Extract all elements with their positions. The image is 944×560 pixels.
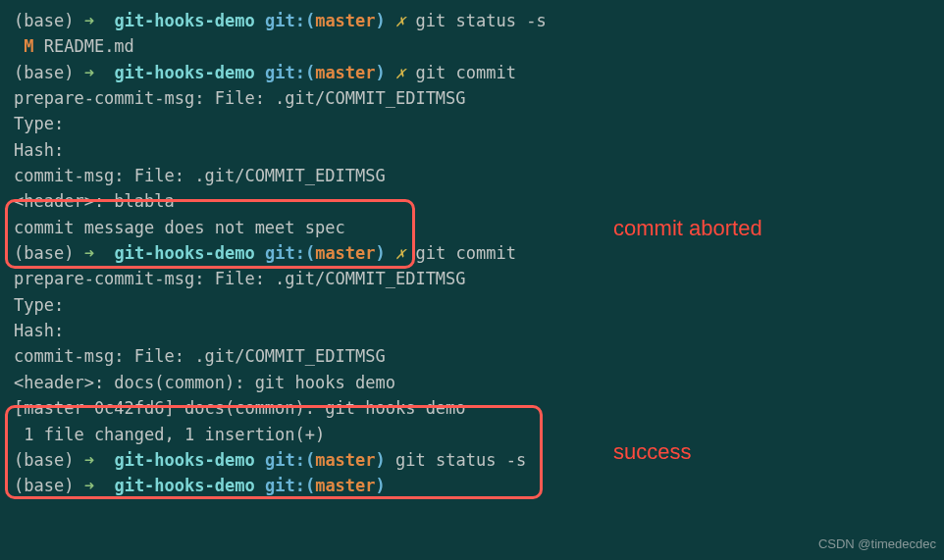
prompt-dirty: ✗ (395, 63, 405, 82)
terminal-line: commit-msg: File: .git/COMMIT_EDITMSG (14, 343, 930, 369)
prompt-branch: master (315, 243, 375, 263)
watermark: CSDN @timedecdec (818, 535, 936, 554)
prompt-folder: git-hooks-demo (114, 63, 254, 82)
prompt-git-open: git:( (265, 243, 315, 263)
prompt-base: (base) (14, 63, 74, 82)
output-text: Type: (14, 295, 64, 315)
prompt-arrow: ➜ (84, 243, 94, 263)
prompt-dirty: ✗ (395, 11, 405, 30)
output-text: prepare-commit-msg: File: .git/COMMIT_ED… (14, 269, 466, 288)
prompt-branch: master (315, 63, 375, 82)
terminal-line: 1 file changed, 1 insertion(+) (14, 422, 930, 447)
terminal-line: Type: (14, 111, 930, 136)
output-text: commit message does not meet spec (14, 218, 345, 237)
prompt-git-close: ) (376, 476, 386, 495)
prompt-git-close: ) (376, 63, 386, 82)
terminal-line: (base) ➜ git-hooks-demo git:(master) ✗ g… (14, 60, 930, 85)
cmd-text: git status -s (416, 11, 547, 30)
output-text: [master 0c42fd6] docs(common): git hooks… (14, 398, 466, 418)
terminal-line: M README.md (14, 33, 930, 59)
output-text: <header>: blabla (14, 191, 175, 211)
prompt-base: (base) (14, 476, 74, 495)
output-text: <header>: docs(common): git hooks demo (14, 373, 395, 392)
prompt-branch: master (315, 450, 375, 470)
prompt-folder: git-hooks-demo (114, 11, 254, 30)
terminal-line: commit message does not meet spec (14, 215, 930, 240)
prompt-arrow: ➜ (84, 450, 94, 470)
prompt-dirty: ✗ (395, 243, 405, 263)
annotation-aborted: commit aborted (613, 212, 762, 245)
output-text: Type: (14, 114, 64, 133)
prompt-arrow: ➜ (84, 11, 94, 30)
terminal-line: Hash: (14, 137, 930, 163)
annotation-success: success (613, 435, 691, 469)
prompt-git-open: git:( (265, 450, 315, 470)
terminal-line: commit-msg: File: .git/COMMIT_EDITMSG (14, 163, 930, 188)
output-text: commit-msg: File: .git/COMMIT_EDITMSG (14, 166, 386, 185)
terminal-line: [master 0c42fd6] docs(common): git hooks… (14, 395, 930, 421)
output-text: commit-msg: File: .git/COMMIT_EDITMSG (14, 346, 386, 366)
prompt-base: (base) (14, 11, 74, 30)
output-text: prepare-commit-msg: File: .git/COMMIT_ED… (14, 88, 466, 108)
terminal-line: (base) ➜ git-hooks-demo git:(master) git… (14, 447, 930, 473)
prompt-branch: master (315, 476, 375, 495)
terminal-line: (base) ➜ git-hooks-demo git:(master) ✗ g… (14, 8, 930, 33)
prompt-folder: git-hooks-demo (114, 243, 254, 263)
cmd-text: git commit (416, 63, 516, 82)
output-text: Hash: (14, 140, 64, 160)
prompt-git-close: ) (376, 243, 386, 263)
cmd-text: git status -s (395, 450, 526, 470)
terminal-line: (base) ➜ git-hooks-demo git:(master) ✗ g… (14, 240, 930, 266)
terminal-line: prepare-commit-msg: File: .git/COMMIT_ED… (14, 266, 930, 291)
prompt-branch: master (315, 11, 375, 30)
modified-file: README.md (44, 36, 134, 56)
terminal-line: (base) ➜ git-hooks-demo git:(master) (14, 473, 930, 498)
output-text: Hash: (14, 321, 64, 340)
cmd-text: git commit (416, 243, 516, 263)
prompt-git-open: git:( (265, 63, 315, 82)
terminal-line: Hash: (14, 318, 930, 343)
prompt-git-close: ) (376, 11, 386, 30)
prompt-git-open: git:( (265, 476, 315, 495)
git-mod-marker: M (14, 36, 44, 56)
prompt-base: (base) (14, 450, 74, 470)
prompt-base: (base) (14, 243, 74, 263)
terminal-line: prepare-commit-msg: File: .git/COMMIT_ED… (14, 85, 930, 111)
terminal-line: <header>: docs(common): git hooks demo (14, 370, 930, 395)
prompt-arrow: ➜ (84, 476, 94, 495)
prompt-folder: git-hooks-demo (114, 450, 254, 470)
prompt-git-open: git:( (265, 11, 315, 30)
prompt-git-close: ) (376, 450, 386, 470)
prompt-arrow: ➜ (84, 63, 94, 82)
terminal-line: <header>: blabla (14, 188, 930, 214)
output-text: 1 file changed, 1 insertion(+) (14, 425, 325, 444)
prompt-folder: git-hooks-demo (114, 476, 254, 495)
terminal-line: Type: (14, 292, 930, 318)
